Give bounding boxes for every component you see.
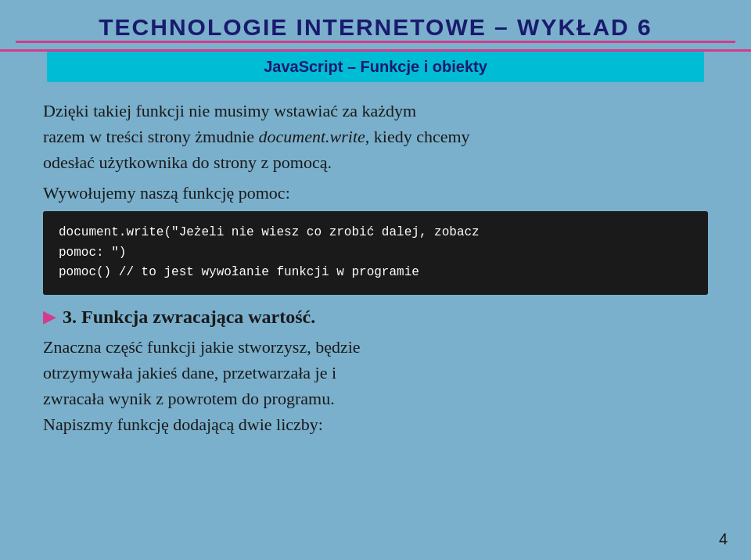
arrow-icon: ▶ — [43, 307, 56, 327]
slide-container: TECHNOLOGIE INTERNETOWE – WYKŁAD 6 JavaS… — [0, 0, 751, 560]
intro-paragraph-1: Dzięki takiej funkcji nie musimy wstawia… — [43, 98, 708, 175]
content-area: Dzięki takiej funkcji nie musimy wstawia… — [0, 82, 751, 453]
intro-text-line1: Dzięki takiej funkcji nie musimy wstawia… — [43, 101, 416, 120]
section-body-line4: Napiszmy funkcję dodającą dwie liczby: — [43, 415, 323, 434]
code-line-1: document.write("Jeżeli nie wiesz co zrob… — [59, 225, 480, 239]
section-body-line3: zwracała wynik z powrotem do programu. — [43, 389, 335, 408]
code-block: document.write("Jeżeli nie wiesz co zrob… — [43, 211, 708, 295]
page-number: 4 — [719, 530, 728, 548]
subtitle-bar: JavaScript – Funkcje i obiekty — [47, 52, 704, 82]
header-bar: TECHNOLOGIE INTERNETOWE – WYKŁAD 6 — [0, 0, 751, 52]
section-title: 3. Funkcja zwracająca wartość. — [63, 307, 315, 328]
intro-text-line3: odesłać użytkownika do strony z pomocą. — [43, 153, 332, 172]
section-body-line1: Znaczna część funkcji jakie stworzysz, b… — [43, 337, 361, 357]
section-body-line2: otrzymywała jakieś dane, przetwarzała je… — [43, 363, 336, 382]
subtitle-text: JavaScript – Funkcje i obiekty — [264, 58, 487, 75]
section-number: 3. — [63, 307, 77, 327]
code-line-3: pomoc() // to jest wywołanie funkcji w p… — [59, 265, 419, 279]
intro-text-line2a: razem w treści strony żmudnie — [43, 127, 259, 146]
code-line-2: pomoc: ") — [59, 246, 126, 260]
header-title: TECHNOLOGIE INTERNETOWE – WYKŁAD 6 — [16, 14, 735, 41]
section-body: Znaczna część funkcji jakie stworzysz, b… — [43, 334, 708, 437]
call-label: Wywołujemy naszą funkcję pomoc: — [43, 183, 708, 203]
section-title-text: Funkcja zwracająca wartość. — [81, 307, 315, 327]
divider-line — [16, 41, 735, 43]
intro-italic: document.write — [259, 127, 365, 146]
section-header: ▶ 3. Funkcja zwracająca wartość. — [43, 307, 708, 328]
intro-text-line2b: , kiedy chcemy — [365, 127, 470, 146]
